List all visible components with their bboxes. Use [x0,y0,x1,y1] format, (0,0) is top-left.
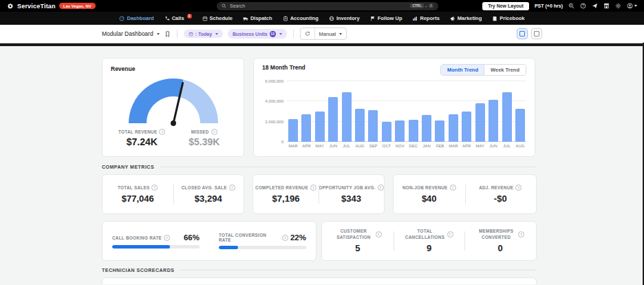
chart-plot-area [287,81,526,142]
month-trend-toggle[interactable]: Month Trend [441,65,484,75]
metric-total-sales: TOTAL SALESi$77,046 [103,175,173,213]
svg-text:?: ? [582,4,584,8]
metric-card: TOTAL SALESi$77,046CLOSED AVG. SALEi$3,2… [102,174,244,214]
servicetitan-dashboard-page: ServiceTitan Las Vegas, NV Search CTRL +… [0,0,644,285]
info-icon[interactable]: i [159,129,165,135]
dashboard-selector[interactable]: Modular Dashboard [102,30,160,37]
dashboard-icon [119,16,125,21]
metric-label: TOTAL REVENUE [118,129,157,134]
info-icon[interactable]: i [378,184,384,191]
section-title: COMPANY METRICS [102,165,154,169]
metric-label: CLOSED AVG. SALE [182,185,227,190]
inventory-icon [329,16,334,21]
nav-item-calls[interactable]: Calls3 [164,14,192,23]
metric-value: $343 [341,193,361,204]
trend-card-header: 18 Month Trend Month Trend Week Trend [262,64,526,76]
trend-card-title: 18 Month Trend [262,64,305,71]
location-badge[interactable]: Las Vegas, NV [59,3,96,9]
global-search-input[interactable]: Search CTRL + / [217,2,438,10]
info-icon[interactable]: i [211,129,217,135]
bookmark-icon[interactable] [164,31,171,37]
chart-bar-may-14 [475,103,485,142]
chevron-down-icon [279,33,282,35]
try-new-layout-button[interactable]: Try New Layout [482,2,529,10]
settings-gear-icon[interactable] [615,3,621,9]
info-icon[interactable]: i [450,184,456,191]
revenue-stats: TOTAL REVENUE i $7.24K MISSED i $5.39K [111,129,235,147]
accounting-icon [283,16,288,21]
nav-item-dispatch[interactable]: Dispatch [243,15,272,21]
metric-opportunity-job-avg: OPPORTUNITY JOB AVG.i$343 [319,175,384,213]
refresh-mode-select[interactable]: Manual [315,28,347,39]
nav-item-accounting[interactable]: Accounting [283,15,319,21]
metric-value: $40 [422,193,437,204]
metric-customer-satisfaction: CUSTOMER SATISFACTIONi5 [322,222,394,260]
y-axis-label: 6,000,000 [265,79,283,83]
x-axis-label: APR [462,144,471,148]
total-revenue-stat: TOTAL REVENUE i $7.24K [111,129,173,147]
marketing-icon [450,16,455,21]
metric-closed-avg-sale: CLOSED AVG. SALEi$3,294 [173,175,244,213]
info-icon[interactable]: i [282,235,288,241]
nav-item-marketing[interactable]: Marketing [450,15,482,21]
account-avatar-icon[interactable] [627,3,637,9]
info-icon[interactable]: i [310,184,316,191]
metric-value: $3,294 [195,193,222,204]
brand-area: ServiceTitan Las Vegas, NV [7,3,96,10]
nav-item-pricebook[interactable]: Pricebook [492,15,524,21]
schedule-icon [202,16,208,21]
full-view-toggle[interactable] [531,28,542,39]
divider [180,270,537,271]
missed-revenue-stat: MISSED i $5.39K [173,129,236,147]
progress-track [219,246,306,249]
topbar-actions: Try New Layout PST (+0 hrs) ? [482,2,637,10]
week-trend-toggle[interactable]: Week Trend [484,65,526,75]
x-axis-label: APR [301,144,311,148]
help-icon[interactable]: ? [580,3,586,9]
send-icon[interactable] [592,3,598,9]
metric-label: ADJ. REVENUE [479,185,513,190]
zoom-search-icon[interactable] [568,3,575,9]
nav-item-follow-up[interactable]: Follow Up [370,15,402,21]
metric-label: TOTAL SALES [118,185,149,190]
x-axis-label: DEC [409,144,418,148]
info-icon[interactable]: i [515,184,522,191]
brand-name[interactable]: ServiceTitan [17,3,56,10]
x-axis-label: FEB [435,144,444,148]
info-icon[interactable]: i [229,184,235,191]
nav-item-reports[interactable]: Reports [412,15,439,21]
nav-item-label: Follow Up [378,15,402,21]
x-axis-label: AUG [515,144,525,148]
info-icon[interactable]: i [164,235,170,241]
date-filter-label: : Today [195,32,212,36]
business-units-pill[interactable]: Business Units 13 [228,29,287,39]
chart-bar-jun-15 [489,100,498,142]
search-shortcut: CTRL + / [410,3,433,8]
nav-item-inventory[interactable]: Inventory [329,15,360,21]
nav-item-schedule[interactable]: Schedule [202,15,233,21]
revenue-card-title: Revenue [111,65,235,72]
chart-bar-nov-8 [395,120,405,142]
divider [293,30,294,38]
chart-bar-mar-0 [288,119,298,142]
info-icon[interactable]: i [518,231,524,237]
marketplace-icon[interactable] [603,3,610,9]
metric-value: 9 [427,243,431,253]
nav-item-dashboard[interactable]: Dashboard [119,15,153,21]
module-nav-bar: DashboardCalls3ScheduleDispatchAccountin… [0,12,644,25]
trend-card: 18 Month Trend Month Trend Week Trend 02… [253,58,535,157]
x-axis-label: JAN [422,144,431,148]
compact-view-toggle[interactable] [517,28,528,39]
chart-bar-jan-10 [422,115,431,142]
date-filter-pill[interactable]: : Today [184,30,223,38]
info-icon[interactable]: i [447,231,453,237]
metric-label: COMPLETED REVENUE [255,185,308,190]
info-icon[interactable]: i [151,184,158,191]
refresh-icon[interactable] [301,28,315,39]
dashboard-toolbar: Modular Dashboard : Today Business Units… [0,25,644,43]
servicetitan-logo-icon[interactable] [7,3,14,10]
nav-item-label: Pricebook [500,15,524,21]
business-units-count-badge: 13 [270,31,276,37]
chart-bar-dec-9 [409,120,418,142]
info-icon[interactable]: i [376,231,382,237]
